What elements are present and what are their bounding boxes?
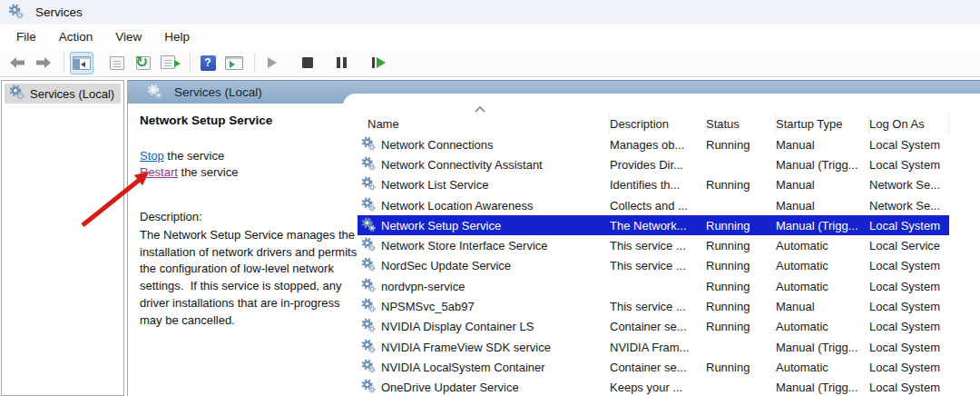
- menu-action[interactable]: Action: [52, 27, 101, 46]
- table-row[interactable]: Network Location AwarenessCollects and .…: [358, 195, 949, 215]
- toolbar-separator: [254, 53, 255, 73]
- service-description-text: The Network Setup Service manages the in…: [140, 227, 364, 329]
- help-button[interactable]: ?: [196, 52, 220, 74]
- table-row[interactable]: nordvpn-serviceRunningAutomaticLocal Sys…: [358, 276, 949, 296]
- table-row[interactable]: NVIDIA FrameView SDK serviceNVIDIA Fram.…: [358, 337, 949, 357]
- tree-item-label: Services (Local): [30, 87, 114, 101]
- service-startup-cell: Manual: [776, 199, 869, 213]
- service-description-cell: This service ...: [610, 239, 706, 252]
- refresh-button[interactable]: ↻: [132, 52, 155, 74]
- stop-service-icon: [302, 57, 313, 68]
- service-startup-cell: Automatic: [776, 259, 869, 272]
- menu-file[interactable]: File: [9, 27, 44, 46]
- service-status-cell: Running: [706, 259, 776, 272]
- service-logon-cell: Local System: [869, 138, 949, 152]
- start-service-icon: [268, 57, 277, 68]
- services-app-icon: [8, 4, 24, 22]
- selected-service-title: Network Setup Service: [140, 114, 272, 127]
- service-description-cell: This service ...: [610, 259, 706, 272]
- service-description-cell: Collects and ...: [610, 199, 706, 213]
- table-row[interactable]: OneDrive Updater ServiceKeeps your ...Ma…: [358, 378, 949, 396]
- restart-service-icon: [372, 57, 386, 68]
- service-startup-cell: Automatic: [776, 280, 869, 293]
- service-startup-cell: Automatic: [776, 361, 869, 374]
- table-row[interactable]: NVIDIA LocalSystem ContainerContainer se…: [358, 357, 949, 377]
- service-status-cell: Running: [706, 219, 776, 233]
- service-logon-cell: Local System: [869, 320, 949, 333]
- service-startup-cell: Manual (Trigg...: [776, 158, 869, 172]
- export-list-icon: [161, 55, 179, 70]
- service-name-cell: NVIDIA FrameView SDK service: [358, 339, 610, 356]
- service-status-cell: Running: [706, 280, 776, 293]
- menu-help[interactable]: Help: [157, 27, 197, 46]
- tree-item-services-local[interactable]: Services (Local): [5, 84, 121, 104]
- column-header-logon[interactable]: Log On As: [869, 114, 949, 134]
- column-header-status[interactable]: Status: [706, 114, 776, 134]
- sort-ascending-icon: [474, 105, 486, 113]
- stop-service-button[interactable]: [296, 52, 319, 74]
- table-row[interactable]: NordSec Update ServiceThis service ...Ru…: [358, 256, 949, 276]
- show-console-tree-button[interactable]: [70, 52, 93, 74]
- service-gear-icon: [361, 339, 376, 356]
- show-action-pane-button[interactable]: [222, 52, 246, 74]
- service-logon-cell: Local Service: [869, 239, 949, 252]
- pause-service-icon: [337, 57, 349, 68]
- service-gear-icon: [361, 156, 376, 173]
- service-gear-icon: [361, 176, 376, 193]
- export-list-button[interactable]: [158, 52, 181, 74]
- service-startup-cell: Manual: [776, 178, 869, 192]
- restart-service-line: Restart the service: [140, 165, 238, 179]
- restart-service-link[interactable]: Restart: [140, 165, 178, 179]
- service-gear-icon: [361, 359, 376, 376]
- service-name-cell: OneDrive Updater Service: [358, 379, 610, 396]
- service-logon-cell: Local System: [869, 259, 949, 272]
- service-description-cell: Container se...: [610, 361, 706, 374]
- services-list-panel: NameDescriptionStatusStartup TypeLog On …: [343, 94, 980, 396]
- description-label: Description:: [140, 210, 202, 223]
- service-name-cell: NPSMSvc_5ab97: [358, 298, 610, 315]
- start-service-button[interactable]: [260, 52, 284, 74]
- table-row[interactable]: NVIDIA Display Container LSContainer se.…: [358, 317, 949, 337]
- service-name-cell: NVIDIA LocalSystem Container: [358, 359, 610, 376]
- properties-window-icon: [110, 56, 124, 70]
- table-row[interactable]: Network Connectivity AssistantProvides D…: [358, 154, 949, 174]
- table-row[interactable]: Network ConnectionsManages ob...RunningM…: [358, 134, 949, 154]
- column-header-name[interactable]: Name: [358, 114, 610, 134]
- service-logon-cell: Local System: [869, 280, 949, 293]
- pause-service-button[interactable]: [331, 52, 355, 74]
- service-status-cell: Running: [706, 361, 776, 374]
- table-row[interactable]: Network Store Interface ServiceThis serv…: [358, 235, 949, 255]
- service-description-cell: The Network...: [610, 219, 706, 233]
- service-gear-icon: [361, 136, 376, 153]
- column-header-description[interactable]: Description: [610, 114, 706, 134]
- extended-view-panel: Services (Local) NameDescriptionStatusSt…: [127, 80, 980, 396]
- column-header-startup[interactable]: Startup Type: [776, 114, 869, 134]
- service-logon-cell: Network Se...: [869, 199, 949, 213]
- toolbar-separator: [190, 53, 191, 73]
- service-startup-cell: Manual: [776, 300, 869, 313]
- service-name-cell: nordvpn-service: [358, 278, 610, 295]
- service-description-cell: NVIDIA Fram...: [610, 341, 706, 354]
- service-description-cell: Identifies th...: [610, 178, 706, 192]
- service-description-cell: Provides Dir...: [610, 158, 706, 172]
- properties-button[interactable]: [105, 52, 129, 74]
- services-node-icon: [9, 84, 24, 103]
- service-name-cell: Network Store Interface Service: [358, 237, 610, 254]
- service-status-cell: Running: [706, 138, 776, 152]
- menu-view[interactable]: View: [108, 27, 149, 46]
- table-row[interactable]: NPSMSvc_5ab97This service ...RunningManu…: [358, 296, 949, 316]
- service-name-cell: NordSec Update Service: [358, 257, 610, 274]
- stop-service-link[interactable]: Stop: [140, 149, 164, 163]
- forward-icon: [34, 56, 53, 69]
- service-description-cell: Keeps your ...: [610, 381, 706, 394]
- service-status-cell: Running: [706, 239, 776, 252]
- forward-button[interactable]: [32, 52, 55, 74]
- window-title: Services: [35, 5, 83, 19]
- table-row[interactable]: Network List ServiceIdentifies th...Runn…: [358, 175, 949, 195]
- service-logon-cell: Local System: [869, 361, 949, 374]
- service-logon-cell: Local System: [869, 300, 949, 313]
- back-button[interactable]: [5, 52, 29, 74]
- service-status-cell: Running: [706, 300, 776, 313]
- table-row[interactable]: Network Setup ServiceThe Network...Runni…: [358, 215, 949, 235]
- restart-service-button[interactable]: [367, 52, 390, 74]
